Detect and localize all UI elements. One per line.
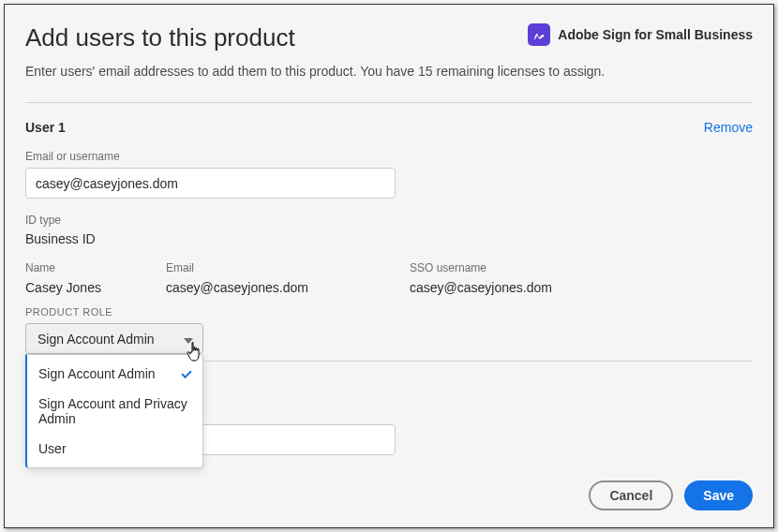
- sso-label: SSO username: [410, 261, 753, 274]
- chevron-down-icon: [184, 332, 193, 347]
- sso-value: casey@caseyjones.dom: [410, 280, 753, 295]
- dropdown-option-sign-privacy-admin[interactable]: Sign Account and Privacy Admin: [27, 389, 202, 434]
- header-row: Add users to this product Adobe Sign for…: [25, 23, 753, 52]
- add-users-dialog: Add users to this product Adobe Sign for…: [4, 4, 774, 528]
- product-name: Adobe Sign for Small Business: [558, 27, 753, 42]
- dropdown-option-user[interactable]: User: [27, 434, 202, 464]
- name-label: Name: [25, 261, 166, 274]
- user-section-title: User 1: [25, 120, 66, 135]
- adobe-sign-icon: [528, 23, 550, 46]
- cancel-button[interactable]: Cancel: [589, 480, 673, 510]
- product-role-label: PRODUCT ROLE: [25, 306, 753, 318]
- footer-buttons: Cancel Save: [589, 480, 753, 510]
- email-value: casey@caseyjones.dom: [166, 280, 410, 295]
- idtype-label: ID type: [25, 214, 753, 227]
- divider: [25, 102, 753, 103]
- name-value: Casey Jones: [25, 280, 166, 295]
- idtype-value: Business ID: [25, 231, 753, 246]
- product-role-selected-value: Sign Account Admin: [37, 332, 155, 347]
- product-role-select[interactable]: Sign Account Admin: [25, 323, 203, 354]
- remove-user-link[interactable]: Remove: [704, 120, 753, 135]
- email-label: Email: [166, 261, 410, 274]
- user-section-header: User 1 Remove: [25, 120, 753, 135]
- product-badge: Adobe Sign for Small Business: [528, 23, 753, 46]
- email-input[interactable]: [25, 168, 396, 199]
- subtitle: Enter users' email addresses to add them…: [25, 64, 753, 79]
- save-button[interactable]: Save: [684, 480, 753, 510]
- page-title: Add users to this product: [25, 23, 295, 52]
- email-input-label: Email or username: [25, 150, 753, 163]
- product-role-dropdown: Sign Account Admin Sign Account and Priv…: [25, 354, 203, 468]
- product-role-select-wrapper: Sign Account Admin Sign Account Admin Si…: [25, 323, 203, 354]
- dropdown-option-sign-account-admin[interactable]: Sign Account Admin: [27, 359, 202, 389]
- user-details-columns: Name Casey Jones Email casey@caseyjones.…: [25, 261, 753, 295]
